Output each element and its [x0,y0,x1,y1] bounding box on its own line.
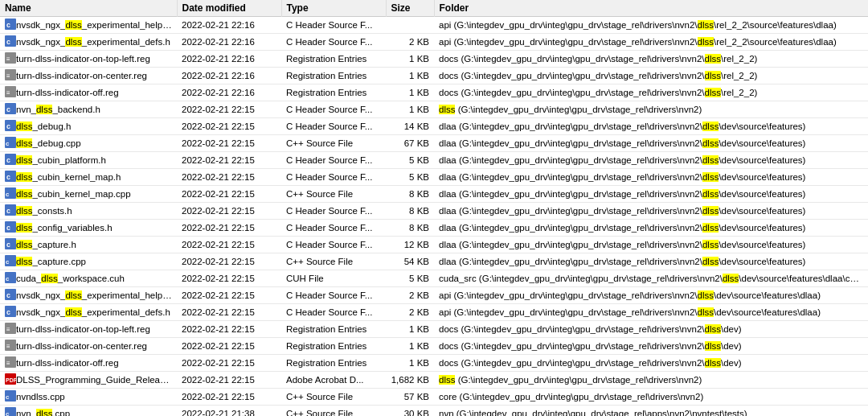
file-size: 1,682 KB [386,372,434,389]
file-date: 2022-02-21 21:38 [177,406,281,417]
svg-text:c: c [6,173,10,181]
table-row[interactable]: cnvndlss.cpp2022-02-21 22:15C++ Source F… [0,389,868,406]
file-folder: docs (G:\integdev_gpu_drv\integ\gpu_drv\… [434,68,868,84]
file-icon: c [5,154,16,167]
file-name-text: dlss_cubin_kernel_map.cpp [16,189,131,199]
table-row[interactable]: cdlss_debug.cpp2022-02-21 22:15C++ Sourc… [0,135,868,152]
file-icon: c [5,120,16,133]
file-type: Registration Entries [281,84,386,101]
svg-text:c: c [6,105,10,113]
table-row[interactable]: ≡turn-dlss-indicator-off.reg2022-02-21 2… [0,355,868,372]
file-folder: api (G:\integdev_gpu_drv\integ\gpu_drv\s… [434,304,868,321]
file-type: C Header Source F... [281,220,386,237]
file-name-text: nvsdk_ngx_dlss_experimental_defs.h [16,307,170,317]
table-row[interactable]: cdlss_debug.h2022-02-21 22:15C Header So… [0,118,868,135]
file-icon: ≡ [5,323,16,336]
file-date: 2022-02-21 22:15 [177,253,281,270]
table-row[interactable]: ≡turn-dlss-indicator-on-top-left.reg2022… [0,51,868,68]
file-size: 1 KB [386,321,434,338]
file-type: C++ Source File [281,406,386,417]
highlight-dlss: dlss [16,138,32,148]
table-row[interactable]: cnvsdk_ngx_dlss_experimental_defs.h2022-… [0,304,868,321]
table-row[interactable]: ≡turn-dlss-indicator-on-top-left.reg2022… [0,321,868,338]
svg-text:c: c [6,410,10,416]
file-icon: c [5,137,16,150]
file-name-cell: cdlss_cubin_kernel_map.cpp [0,186,177,203]
svg-text:c: c [6,224,10,232]
highlight-dlss-folder: dlss [702,240,719,249]
highlight-dlss: dlss [36,409,52,416]
file-size: 1 KB [386,338,434,355]
file-folder: dlaa (G:\integdev_gpu_drv\integ\gpu_drv\… [434,253,868,270]
table-row[interactable]: cnvsdk_ngx_dlss_experimental_helpers.h20… [0,287,868,304]
file-size: 30 KB [386,406,434,417]
file-name-cell: ≡turn-dlss-indicator-on-top-left.reg [0,51,177,68]
file-folder: api (G:\integdev_gpu_drv\integ\gpu_drv\s… [434,17,868,34]
file-size: 54 KB [386,253,434,270]
file-date: 2022-02-21 22:16 [177,84,281,101]
file-name-text: DLSS_Programming_Guide_Release.pdf [16,375,172,385]
table-row[interactable]: cdlss_config_variables.h2022-02-21 22:15… [0,220,868,237]
file-date: 2022-02-21 22:15 [177,101,281,118]
file-type: C Header Source F... [281,152,386,169]
table-row[interactable]: cdlss_cubin_kernel_map.cpp2022-02-21 22:… [0,186,868,203]
highlight-dlss: dlss [65,307,81,317]
table-row[interactable]: cnvn_dlss_backend.h2022-02-21 22:15C Hea… [0,101,868,118]
highlight-dlss-folder: dlss [698,20,714,30]
file-name-text: nvn_dlss.cpp [16,409,70,416]
file-type: C++ Source File [281,253,386,270]
file-type: C Header Source F... [281,304,386,321]
table-row[interactable]: ≡turn-dlss-indicator-off.reg2022-02-21 2… [0,84,868,101]
highlight-dlss-folder: dlss [705,341,721,351]
table-row[interactable]: cdlss_capture.h2022-02-21 22:15C Header … [0,237,868,253]
table-row[interactable]: cnvsdk_ngx_dlss_experimental_defs.h2022-… [0,34,868,51]
file-name-text: dlss_config_variables.h [16,223,113,233]
file-date: 2022-02-21 22:15 [177,355,281,372]
file-date: 2022-02-21 22:15 [177,270,281,287]
file-date: 2022-02-21 22:15 [177,152,281,169]
table-row[interactable]: PDFDLSS_Programming_Guide_Release.pdf202… [0,372,868,389]
file-size: 12 KB [386,237,434,253]
table-row[interactable]: cdlss_consts.h2022-02-21 22:15C Header S… [0,203,868,220]
file-date: 2022-02-21 22:16 [177,34,281,51]
file-type: C++ Source File [281,186,386,203]
highlight-dlss-folder: dlss [702,122,719,131]
svg-text:c: c [6,191,10,198]
table-row[interactable]: cnvn_dlss.cpp2022-02-21 21:38C++ Source … [0,406,868,417]
table-row[interactable]: cdlss_cubin_kernel_map.h2022-02-21 22:15… [0,169,868,186]
file-type: Registration Entries [281,355,386,372]
col-header-name[interactable]: Name [0,0,177,17]
file-icon: c [5,289,16,302]
table-row[interactable]: cdlss_cubin_platform.h2022-02-21 22:15C … [0,152,868,169]
file-name-cell: cnvsdk_ngx_dlss_experimental_defs.h [0,304,177,321]
table-row[interactable]: cdlss_capture.cpp2022-02-21 22:15C++ Sou… [0,253,868,270]
col-header-folder[interactable]: Folder [434,0,868,17]
highlight-dlss: dlss [16,122,32,131]
file-icon: c [5,390,16,403]
file-folder: dlss (G:\integdev_gpu_drv\integ\gpu_drv\… [434,101,868,118]
table-row[interactable]: ≡turn-dlss-indicator-on-center.reg2022-0… [0,338,868,355]
highlight-dlss-folder: dlss [439,375,455,385]
file-name-text: turn-dlss-indicator-off.reg [16,358,119,368]
table-row[interactable]: ≡turn-dlss-indicator-on-center.reg2022-0… [0,68,868,84]
col-header-date[interactable]: Date modified [177,0,281,17]
table-row[interactable]: cnvsdk_ngx_dlss_experimental_helpers.h20… [0,17,868,34]
file-date: 2022-02-21 22:16 [177,17,281,34]
file-folder: nvn (G:\integdev_gpu_drv\integ\gpu_drv\s… [434,406,868,417]
file-icon: c [5,19,16,31]
table-row[interactable]: ccuda_dlss_workspace.cuh2022-02-21 22:15… [0,270,868,287]
file-folder: dlaa (G:\integdev_gpu_drv\integ\gpu_drv\… [434,237,868,253]
file-name-cell: ≡turn-dlss-indicator-on-center.reg [0,68,177,84]
file-icon: c [5,255,16,268]
col-header-type[interactable]: Type [281,0,386,17]
file-name-cell: cnvn_dlss_backend.h [0,101,177,118]
highlight-dlss-folder: dlss [702,189,719,199]
file-folder: docs (G:\integdev_gpu_drv\integ\gpu_drv\… [434,84,868,101]
file-name-text: nvndlss.cpp [16,392,65,402]
file-type: C Header Source F... [281,169,386,186]
col-header-size[interactable]: Size [386,0,434,17]
svg-text:c: c [6,38,10,46]
file-name-text: nvsdk_ngx_dlss_experimental_defs.h [16,37,170,47]
highlight-dlss-folder: dlss [698,290,714,300]
file-date: 2022-02-21 22:15 [177,321,281,338]
